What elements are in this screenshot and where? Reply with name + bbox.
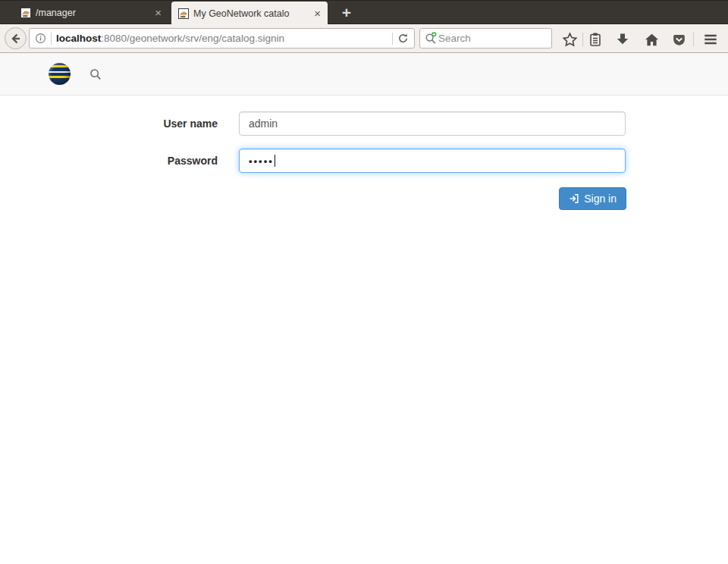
sign-in-icon — [569, 193, 579, 204]
username-input[interactable] — [239, 111, 626, 136]
tab-title: My GeoNetwork catalo — [193, 8, 309, 19]
tab-close-icon[interactable]: × — [155, 8, 162, 18]
new-tab-button[interactable]: + — [334, 2, 359, 24]
catalog-search-icon[interactable] — [89, 67, 102, 81]
back-button[interactable] — [5, 27, 27, 49]
reload-button[interactable] — [397, 33, 409, 44]
username-row: User name — [0, 111, 626, 136]
url-host: localhost — [56, 33, 101, 44]
bookmarks-menu-icon[interactable] — [587, 31, 604, 48]
browser-toolbar: localhost:8080/geonetwork/srv/eng/catalo… — [0, 24, 728, 53]
divider — [392, 33, 393, 45]
downloads-icon[interactable] — [614, 31, 631, 48]
site-info-icon[interactable] — [35, 33, 46, 44]
password-label: Password — [0, 149, 239, 173]
tab-favicon-icon — [178, 8, 189, 19]
url-path: :8080/geonetwork/srv/eng/catalog.signin — [101, 33, 284, 44]
home-icon[interactable] — [643, 31, 660, 48]
username-label: User name — [0, 111, 239, 136]
search-input[interactable] — [438, 33, 548, 44]
tab-close-icon[interactable]: × — [314, 8, 321, 19]
toolbar-separator — [582, 33, 583, 46]
search-bar[interactable] — [419, 28, 552, 49]
geonetwork-logo-icon[interactable] — [49, 63, 71, 85]
signin-page: User name Password ••••• Sign in — [0, 96, 728, 564]
url-bar[interactable]: localhost:8080/geonetwork/srv/eng/catalo… — [29, 28, 415, 49]
tab-title: /manager — [36, 8, 150, 18]
browser-tab-bar: /manager × My GeoNetwork catalo × + — [0, 0, 728, 24]
divider — [51, 33, 52, 45]
tab-geonetwork[interactable]: My GeoNetwork catalo × — [171, 2, 328, 25]
tab-favicon-icon — [20, 8, 31, 18]
geonetwork-navbar — [0, 53, 728, 96]
toolbar-separator — [693, 33, 694, 46]
url-text: localhost:8080/geonetwork/srv/eng/catalo… — [56, 33, 388, 44]
text-caret — [275, 155, 275, 167]
pocket-icon[interactable] — [670, 31, 687, 48]
sign-in-button[interactable]: Sign in — [559, 187, 626, 210]
tab-manager[interactable]: /manager × — [14, 2, 168, 24]
password-masked-value: ••••• — [249, 155, 274, 167]
back-arrow-icon — [10, 33, 22, 45]
browser-window: /manager × My GeoNetwork catalo × + loca… — [0, 0, 728, 564]
password-input[interactable]: ••••• — [239, 149, 626, 173]
search-engine-icon[interactable] — [424, 31, 438, 45]
bookmark-star-icon[interactable] — [561, 31, 578, 48]
password-row: Password ••••• — [0, 149, 626, 173]
sign-in-button-label: Sign in — [584, 193, 617, 205]
menu-hamburger-icon[interactable] — [702, 31, 719, 48]
